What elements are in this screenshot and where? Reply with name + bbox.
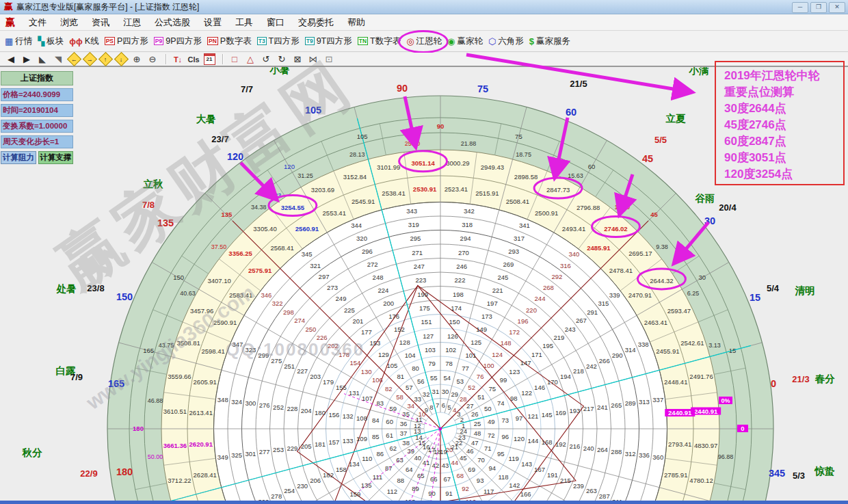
- outer-degree-label: 15: [750, 292, 760, 303]
- menu-item-设置[interactable]: 设置: [197, 15, 228, 30]
- hexagon-icon: ⬡: [488, 36, 496, 47]
- menu-item-资讯[interactable]: 资讯: [85, 15, 116, 30]
- menu-item-公式选股[interactable]: 公式选股: [148, 15, 197, 30]
- spiral-number: 5: [447, 403, 451, 411]
- price-ring-value: 2560.91: [295, 225, 319, 233]
- draw-triangle-icon[interactable]: △: [243, 53, 257, 65]
- spiral-number: 130: [361, 368, 372, 375]
- spiral-number: 91: [445, 490, 453, 497]
- spiral-number: 29: [451, 390, 459, 398]
- index-info-panel: 上证指数 价格=2440.9099时间=20190104变换系数=1.00000…: [1, 71, 73, 164]
- close-button[interactable]: ✕: [829, 2, 845, 13]
- tri-up-icon[interactable]: ◣: [36, 53, 49, 65]
- t-sort-icon[interactable]: T↓: [171, 53, 185, 65]
- menu-item-交易委托[interactable]: 交易委托: [291, 15, 341, 30]
- shift-left-icon[interactable]: ←: [67, 53, 81, 65]
- spiral-number: 26: [471, 410, 479, 418]
- spiral-number: 168: [542, 438, 553, 446]
- shift-up-icon[interactable]: ↑: [98, 53, 112, 65]
- toolbar-item-9P四方形[interactable]: P99P四方形: [152, 34, 204, 49]
- calc-support-button[interactable]: 计算支撑: [38, 151, 74, 164]
- spiral-number: 67: [444, 475, 451, 483]
- toolbar-item-江恩轮[interactable]: ◎江恩轮: [404, 34, 444, 49]
- minimize-button[interactable]: ─: [792, 2, 808, 13]
- p9-icon: P9: [154, 37, 163, 45]
- spiral-number: 316: [560, 262, 571, 269]
- title-bar[interactable]: 赢 赢家江恩专业版[赢家服务平台] - [上证指数 江恩轮] ─❐✕: [0, 0, 848, 14]
- page-next-icon[interactable]: ▶: [20, 53, 34, 65]
- solar-term-label: 谷雨: [695, 193, 715, 204]
- menu-item-江恩[interactable]: 江恩: [116, 15, 148, 30]
- spiral-number: 173: [481, 313, 492, 320]
- menu-item-工具[interactable]: 工具: [228, 15, 260, 30]
- date-label: 5/5: [654, 135, 667, 145]
- status-strip: [0, 501, 848, 504]
- toolbar-item-label: 板块: [47, 36, 64, 47]
- toolbar-item-9T四方形[interactable]: T99T四方形: [303, 34, 354, 49]
- spiral-number: 340: [568, 250, 579, 258]
- menu-item-帮助[interactable]: 帮助: [341, 15, 372, 30]
- spiral-number: 53: [456, 377, 464, 385]
- price-ring-value: 4830.97: [694, 442, 717, 449]
- calendar-icon[interactable]: 21: [202, 53, 216, 65]
- toolbar-item-板块[interactable]: ▚板块: [36, 34, 66, 49]
- calc-resistance-button[interactable]: 计算阻力: [1, 151, 36, 164]
- shift-down-icon[interactable]: ↓: [114, 53, 128, 65]
- tri-down-icon[interactable]: ◥: [51, 53, 65, 65]
- application-window: 赢 赢家江恩专业版[赢家服务平台] - [上证指数 江恩轮] ─❐✕ 赢 文件浏…: [0, 0, 848, 504]
- rotate-ccw-icon[interactable]: ↺: [259, 53, 273, 65]
- toolbar-item-T数字表[interactable]: TNT数字表: [356, 34, 403, 49]
- spiral-number: 37: [400, 429, 408, 437]
- spiral-number: 94: [488, 464, 496, 472]
- annotation-line: 60度2847点: [724, 133, 843, 150]
- spiral-number: 247: [414, 263, 425, 270]
- shift-right-icon[interactable]: →: [83, 53, 96, 65]
- zoom-in-icon[interactable]: ⊕: [130, 53, 144, 65]
- toolbar-item-label: P数字表: [220, 36, 252, 47]
- t9-icon: T9: [305, 37, 315, 45]
- toolbar-item-行情[interactable]: ▦行情: [3, 34, 34, 49]
- spiral-number: 73: [501, 416, 509, 424]
- menu-item-文件[interactable]: 文件: [22, 15, 53, 30]
- spiral-number: 345: [302, 250, 313, 258]
- spiral-number: 123: [509, 368, 520, 375]
- price-ring-value: 2598.41: [201, 347, 224, 355]
- price-ring-value: 3000.29: [446, 159, 469, 167]
- tn-icon: TN: [358, 37, 368, 45]
- draw-square-icon[interactable]: □: [228, 53, 241, 65]
- price-ring-value: 3356.25: [228, 250, 252, 257]
- outer-degree-label: 150: [116, 291, 133, 302]
- menu-item-浏览[interactable]: 浏览: [53, 15, 85, 30]
- spiral-number: 49: [488, 418, 495, 425]
- menu-items: 文件浏览资讯江恩公式选股设置工具窗口交易委托帮助: [22, 15, 372, 30]
- menu-item-窗口[interactable]: 窗口: [260, 15, 291, 30]
- rotate-cw-icon[interactable]: ↻: [275, 53, 289, 65]
- spiral-number: 126: [447, 332, 458, 340]
- spiral-number: 265: [611, 401, 622, 409]
- toolbar-item-P数字表[interactable]: PNP数字表: [205, 34, 254, 49]
- annotation-line: 重要点位测算: [724, 84, 843, 101]
- spiral-number: 100: [483, 362, 494, 369]
- degree-ring-label: 90: [437, 122, 445, 130]
- spiral-number: 72: [488, 432, 495, 439]
- maximize-button[interactable]: ❐: [810, 2, 827, 13]
- spiral-number: 153: [369, 339, 380, 347]
- zoom-out-icon[interactable]: ⊖: [146, 53, 159, 65]
- toolbar-item-六角形[interactable]: ⬡六角形: [486, 34, 526, 49]
- toolbar-item-赢家轮[interactable]: ◉赢家轮: [445, 34, 485, 49]
- toolbar-item-P四方形[interactable]: PSP四方形: [103, 34, 150, 49]
- spiral-number: 127: [423, 332, 434, 340]
- spiral-number: 81: [397, 373, 405, 380]
- page-prev-icon[interactable]: ◀: [4, 53, 18, 65]
- spiral-number: 196: [518, 317, 529, 325]
- toolbar-item-赢家服务[interactable]: $赢家服务: [527, 34, 572, 49]
- date-label: 20/4: [719, 202, 737, 213]
- toolbar-item-K线[interactable]: ϕϕK线: [67, 34, 101, 49]
- spiral-number: 63: [396, 456, 403, 464]
- cls-button[interactable]: Cls: [187, 53, 200, 65]
- toolbar-item-label: 行情: [15, 36, 32, 47]
- toolbar-item-T四方形[interactable]: T3T四方形: [255, 34, 302, 49]
- price-ring-value: 4780.12: [689, 477, 713, 484]
- spiral-number: 274: [294, 317, 305, 324]
- toolbar-item-label: P四方形: [117, 36, 148, 47]
